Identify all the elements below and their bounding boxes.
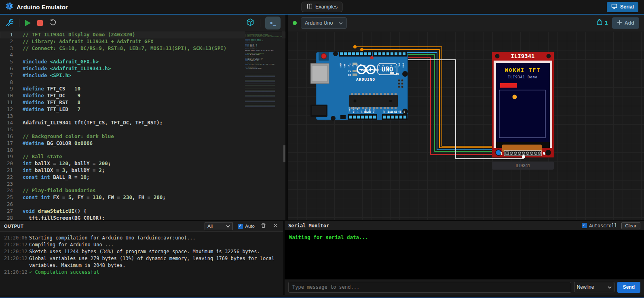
send-button[interactable]: Send [617,282,640,293]
code-line[interactable]: 7#include <SPI.h> [0,72,285,79]
on-label: ON [396,72,399,75]
auto-label: Auto [245,224,255,229]
analog-label: ANALOG IN [388,111,401,113]
code-line[interactable]: 2// Library: Adafruit ILI9341 + Adafruit… [0,38,285,45]
auto-checkbox[interactable] [238,224,243,229]
code-line[interactable]: 8 [0,79,285,86]
code-line[interactable]: 4 [0,52,285,59]
code-line[interactable]: 14Adafruit_ILI9341 tft(TFT_CS, TFT_DC, T… [0,120,285,126]
code-line[interactable]: 5#include <Adafruit_GFX.h> [0,59,285,65]
screen-title: WOKWI TFT [505,67,541,73]
serial-monitor-output[interactable]: Waiting for serial data... [285,231,644,279]
code-editor[interactable]: 1// TFT ILI9341 Display Demo (240x320)2/… [0,31,285,220]
screen-subtitle: ILI9341 Demo [508,75,537,79]
svg-text:A5: A5 [403,110,405,113]
close-output-button[interactable] [272,222,279,230]
bottom-row: OUTPUT All Auto [0,220,644,295]
log-line: 21:20:12Compiling for Arduino Uno ... [4,241,279,248]
close-icon [273,223,278,229]
ili9341-display-part[interactable]: ILI9341 WOKWI TFT ILI9341 Demo [492,52,554,159]
board-select-value: Arduino Uno [305,20,333,26]
clear-serial-button[interactable]: Clear [621,222,640,229]
serial-toggle-button[interactable]: Serial [607,2,638,12]
editor-scrollbar[interactable] [283,145,285,162]
minimap-overflow [245,72,275,109]
code-line[interactable]: 26 [0,201,285,208]
restart-button[interactable] [49,18,58,28]
serial-message-input[interactable] [288,282,571,293]
editor-minimap[interactable]: // TFT ILI9341 Display Demo (240x320)// … [245,31,282,220]
serial-monitor-panel: Serial Monitor Autoscroll Clear Waiting … [285,221,644,295]
autoscroll-label: Autoscroll [589,223,617,229]
svg-text:5V: 5V [361,110,363,113]
display-module-title: ILI9341 [511,53,534,59]
add-part-button[interactable]: Add [612,17,639,29]
code-line[interactable]: 27void drawStaticUI() { [0,208,285,215]
arduino-uno-part[interactable]: AREFGND1312~11~10~987~6~54~32TX→1RX←0 IO… [310,50,410,124]
code-line[interactable]: 16// Background color: dark blue [0,133,285,140]
code-lines: 1// TFT ILI9341 Display Demo (240x320)2/… [0,31,285,220]
serial-monitor-title: Serial Monitor [288,223,329,229]
code-line[interactable]: 11#define TFT_RST 8 [0,99,285,106]
line-ending-select[interactable]: Newline [574,282,614,292]
pin-1-label: 1 [500,151,503,156]
serial-monitor-header: Serial Monitor Autoscroll Clear [285,221,644,231]
restart-icon [49,19,57,27]
status-dot [293,21,297,25]
output-log[interactable]: 21:20:06Starting compilation for Arduino… [0,232,283,295]
log-line: 21:20:12Global variables use 279 bytes (… [4,255,279,269]
svg-text:GND: GND [344,64,346,67]
output-header: OUTPUT All Auto [0,221,283,232]
screen-ball [513,95,517,99]
output-filter-select[interactable]: All [205,222,233,230]
code-line[interactable]: 24// Play-field boundaries [0,187,285,194]
output-panel: OUTPUT All Auto [0,221,283,295]
code-line[interactable]: 3// Connect: CS=10, DC/RS=9, RST=8, LED=… [0,45,285,52]
trash-icon [260,222,266,230]
svg-text:AREF: AREF [340,63,342,67]
chevron-down-icon [608,286,612,289]
stop-button[interactable] [36,19,44,27]
main-row: >_ 1// TFT ILI9341 Display Demo (240x320… [0,15,644,220]
svg-text:2: 2 [394,66,396,67]
examples-label: Examples [315,4,338,10]
code-line[interactable]: 28 tft.fillScreen(BG_COLOR); [0,215,285,220]
autoscroll-checkbox[interactable] [582,223,587,228]
diagram-canvas[interactable]: AREFGND1312~11~10~987~6~54~32TX→1RX←0 IO… [288,31,644,220]
code-line[interactable]: 6#include <Adafruit_ILI9341.h> [0,65,285,72]
code-line[interactable]: 9#define TFT_CS 10 [0,86,285,92]
code-line[interactable]: 10#define TFT_DC 9 [0,92,285,99]
serial-input-row: Newline Send [285,279,644,295]
format-code-button[interactable] [5,18,14,28]
wire-endpoint [353,45,357,48]
code-line[interactable]: 22const int BALL_R = 10; [0,174,285,181]
toolbar-separator [260,19,260,27]
examples-button[interactable]: Examples [301,2,343,12]
view-3d-button[interactable] [245,17,255,28]
power-label: POWER [364,111,371,113]
terminal-toggle-button[interactable]: >_ [265,17,281,29]
board-select[interactable]: Arduino Uno [301,17,347,29]
code-line[interactable]: 1// TFT ILI9341 Display Demo (240x320) [0,31,285,38]
code-line[interactable]: 18 [0,147,285,154]
serial-label: Serial [620,4,634,10]
code-line[interactable]: 21int ballDX = 3, ballDY = 2; [0,167,285,174]
code-line[interactable]: 19// Ball state [0,153,285,160]
code-line[interactable]: 25const int FX = 5, FY = 110, FW = 230, … [0,194,285,201]
pin-9-label: 9 [543,151,545,156]
code-line[interactable]: 17#define BG_COLOR 0x0006 [0,140,285,147]
svg-text:TX→1: TX→1 [398,63,400,67]
window-footer [0,295,644,298]
monitor-icon [611,3,617,10]
svg-text:~6: ~6 [378,65,380,67]
code-line[interactable]: 15 [0,126,285,133]
code-line[interactable]: 13 [0,113,285,120]
code-line[interactable]: 23 [0,181,285,188]
code-line[interactable]: 12#define TFT_LED 7 [0,106,285,113]
led-l-label: L [349,63,351,65]
code-line[interactable]: 20int ballX = 120, ballY = 200; [0,160,285,167]
log-line: 21:20:12✓ Compilation successful [4,269,279,276]
svg-text:RX←0: RX←0 [402,63,404,67]
run-button[interactable] [24,19,32,27]
clear-output-button[interactable] [260,222,267,231]
